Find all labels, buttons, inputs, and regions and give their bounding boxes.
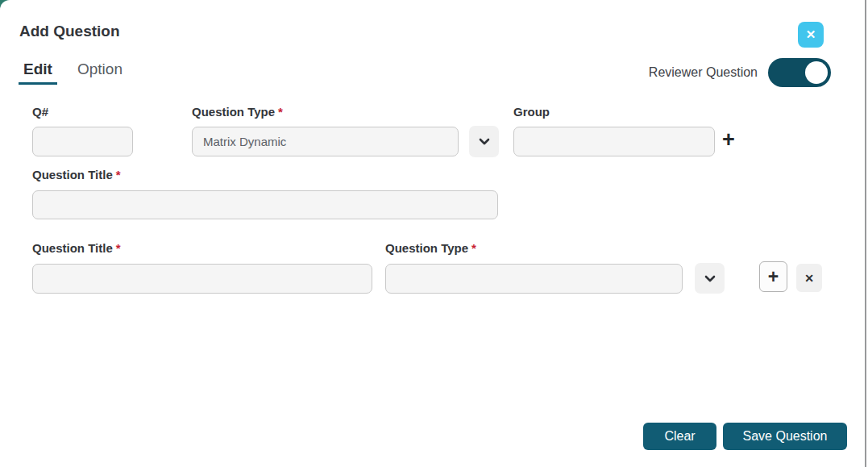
reviewer-question-label: Reviewer Question [649, 65, 758, 80]
chevron-down-icon [704, 275, 716, 282]
sub-question-title-label: Question Title* [32, 241, 121, 255]
reviewer-question-row: Reviewer Question [649, 58, 831, 87]
question-title-input[interactable] [32, 190, 498, 219]
modal-title: Add Question [19, 23, 120, 40]
q-number-label: Q# [32, 105, 48, 119]
save-question-button[interactable]: Save Question [723, 423, 847, 450]
group-input[interactable] [513, 127, 715, 156]
question-type-input[interactable] [192, 127, 459, 156]
required-marker: * [278, 105, 283, 119]
sub-question-title-input[interactable] [32, 264, 372, 294]
tab-option[interactable]: Option [73, 60, 127, 82]
add-question-modal: Add Question ✕ Edit Option Reviewer Ques… [0, 0, 866, 467]
reviewer-question-toggle[interactable] [768, 58, 831, 87]
tab-edit[interactable]: Edit [19, 60, 57, 85]
group-label: Group [513, 105, 550, 119]
clear-button[interactable]: Clear [643, 423, 716, 450]
question-type-label: Question Type* [192, 105, 283, 119]
question-title-label: Question Title* [32, 168, 121, 181]
close-button[interactable]: ✕ [798, 22, 824, 48]
cross-icon: ✕ [804, 272, 814, 285]
required-marker: * [116, 241, 121, 255]
q-number-input[interactable] [32, 127, 133, 156]
add-group-button[interactable]: + [722, 129, 735, 151]
toggle-knob [805, 61, 828, 84]
required-marker: * [116, 168, 121, 181]
plus-icon: + [722, 127, 735, 152]
question-type-dropdown-button[interactable] [469, 126, 499, 157]
plus-icon: + [768, 268, 779, 286]
remove-sub-question-button[interactable]: ✕ [796, 264, 822, 292]
sub-question-type-dropdown-button[interactable] [695, 263, 725, 294]
add-sub-question-button[interactable]: + [759, 261, 787, 292]
required-marker: * [471, 241, 476, 255]
chevron-down-icon [479, 138, 490, 145]
sub-question-type-input[interactable] [385, 264, 683, 294]
sub-question-type-label: Question Type* [385, 241, 476, 255]
close-icon: ✕ [806, 27, 816, 42]
